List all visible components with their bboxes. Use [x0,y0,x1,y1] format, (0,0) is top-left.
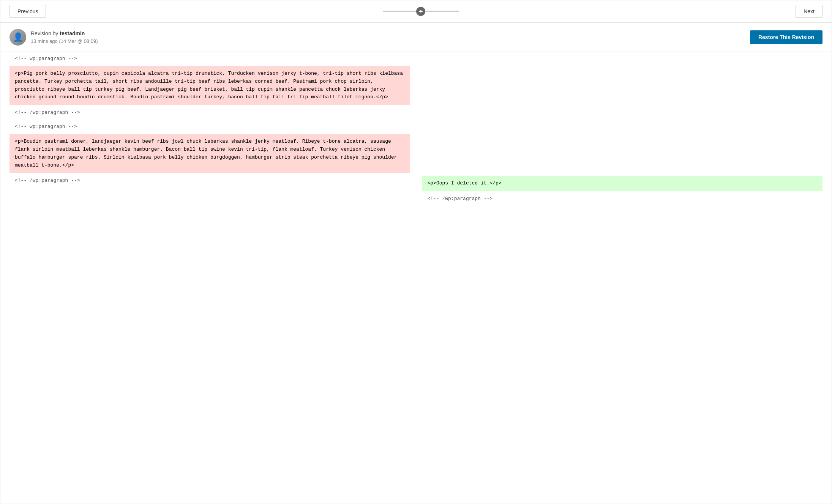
diff-comment-wp-paragraph-start-2: <!-- wp:paragraph --> [9,120,410,133]
revision-header: Revision by testadmin 13 mins ago (14 Ma… [0,23,832,52]
revision-text: Revision by testadmin 13 mins ago (14 Ma… [31,30,98,45]
revision-by-prefix: Revision by [31,30,60,36]
slider-track [383,11,459,12]
diff-added-block-1: <p>Oops I deleted it.</p> [422,176,823,191]
revision-info: Revision by testadmin 13 mins ago (14 Ma… [9,29,98,46]
top-nav: Previous Next [0,0,832,23]
diff-area: <!-- wp:paragraph --> <p>Pig pork belly … [0,52,832,215]
revision-slider-container [345,11,497,12]
diff-right-comment-end: <!-- /wp:paragraph --> [422,192,823,205]
diff-right-spacer-4 [422,167,823,176]
diff-left-column: <!-- wp:paragraph --> <p>Pig pork belly … [9,52,416,206]
diff-deleted-block-2: <p>Boudin pastrami doner, landjaeger kev… [9,134,410,173]
diff-comment-wp-paragraph-start: <!-- wp:paragraph --> [9,52,410,65]
page-wrapper: Previous Next Revision by testadmin 13 m… [0,0,832,504]
avatar [9,29,26,46]
avatar-image [9,29,26,46]
revision-author: testadmin [60,30,85,36]
next-button[interactable]: Next [796,5,823,18]
diff-right-column: <p>Oops I deleted it.</p> <!-- /wp:parag… [416,52,823,206]
diff-comment-wp-paragraph-end-2: <!-- /wp:paragraph --> [9,174,410,187]
diff-right-spacer-3 [422,159,823,167]
diff-right-spacer-2 [422,60,823,159]
slider-thumb[interactable] [416,7,425,16]
restore-revision-button[interactable]: Restore This Revision [750,30,823,44]
diff-deleted-block-1: <p>Pig pork belly prosciutto, cupim capi… [9,66,410,105]
previous-button[interactable]: Previous [9,5,46,18]
diff-comment-wp-paragraph-end-1: <!-- /wp:paragraph --> [9,106,410,119]
diff-columns: <!-- wp:paragraph --> <p>Pig pork belly … [9,52,823,206]
revision-time: 13 mins ago (14 Mar @ 08:09) [31,38,98,45]
diff-right-spacer-1 [422,52,823,60]
